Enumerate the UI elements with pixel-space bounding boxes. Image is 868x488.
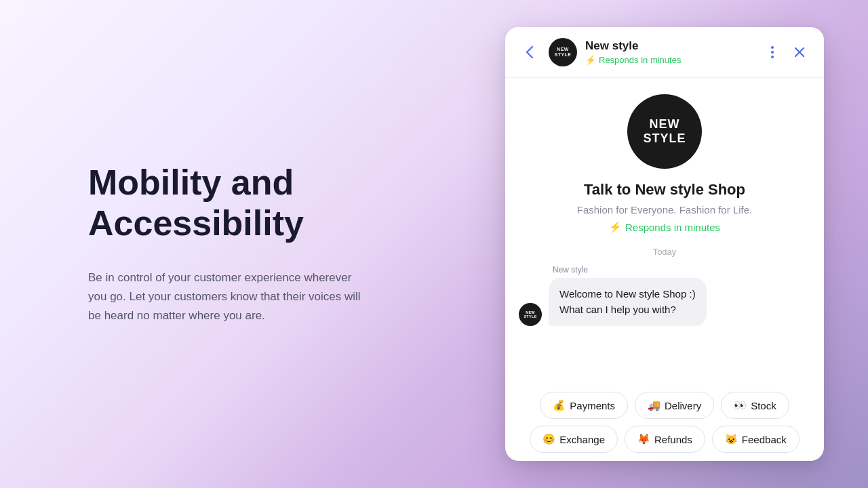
left-panel: Mobility and Accessibility Be in control… — [0, 0, 475, 488]
shop-tagline: Fashion for Everyone. Fashion for Life. — [577, 204, 752, 216]
today-label: Today — [519, 247, 810, 257]
message-row: NEWSTYLE Welcome to New style Shop :)Wha… — [519, 278, 810, 326]
sender-name: New style — [553, 265, 588, 274]
svg-point-2 — [771, 56, 774, 58]
chat-body: NEW STYLE Talk to New style Shop Fashion… — [505, 78, 824, 386]
quick-reply-delivery[interactable]: 🚚 Delivery — [635, 392, 714, 419]
shop-responds: ⚡ Responds in minutes — [609, 221, 720, 233]
header-shop-name: New style — [585, 39, 753, 53]
message-avatar: NEWSTYLE — [519, 303, 542, 326]
more-options-button[interactable] — [762, 41, 783, 63]
payments-emoji: 💰 — [553, 399, 566, 411]
quick-replies: 💰 Payments 🚚 Delivery 👀 Stock 😊 Exchange — [505, 386, 824, 461]
header-actions — [762, 41, 810, 63]
header-status: ⚡ Responds in minutes — [585, 55, 753, 65]
main-heading: Mobility and Accessibility — [88, 163, 434, 244]
message-bubble: Welcome to New style Shop :)What can I h… — [549, 278, 707, 326]
description-text: Be in control of your customer experienc… — [88, 268, 373, 325]
quick-reply-exchange[interactable]: 😊 Exchange — [530, 426, 618, 453]
quick-replies-row-2: 😊 Exchange 🦊 Refunds 😺 Feedback — [516, 426, 813, 453]
svg-point-0 — [771, 46, 774, 49]
stock-emoji: 👀 — [734, 399, 747, 411]
lightning-icon: ⚡ — [585, 55, 596, 65]
feedback-emoji: 😺 — [725, 433, 738, 445]
chat-widget: NEW STYLE New style ⚡ Responds in minute… — [505, 27, 824, 461]
quick-reply-stock[interactable]: 👀 Stock — [721, 392, 789, 419]
quick-replies-row-1: 💰 Payments 🚚 Delivery 👀 Stock — [516, 392, 813, 419]
lightning-icon-body: ⚡ — [609, 221, 622, 233]
exchange-emoji: 😊 — [542, 433, 555, 445]
quick-reply-feedback[interactable]: 😺 Feedback — [712, 426, 800, 453]
header-avatar: NEW STYLE — [549, 38, 577, 66]
shop-title: Talk to New style Shop — [584, 181, 745, 199]
quick-reply-payments[interactable]: 💰 Payments — [540, 392, 628, 419]
brand-logo-large: NEW STYLE — [627, 94, 702, 169]
delivery-emoji: 🚚 — [648, 399, 660, 411]
chat-header: NEW STYLE New style ⚡ Responds in minute… — [505, 27, 824, 78]
svg-point-1 — [771, 51, 774, 54]
refunds-emoji: 🦊 — [637, 433, 650, 445]
back-button[interactable] — [519, 41, 540, 63]
right-panel: NEW STYLE New style ⚡ Responds in minute… — [475, 0, 868, 488]
header-info: New style ⚡ Responds in minutes — [585, 39, 753, 64]
quick-reply-refunds[interactable]: 🦊 Refunds — [625, 426, 705, 453]
close-button[interactable] — [789, 41, 810, 63]
